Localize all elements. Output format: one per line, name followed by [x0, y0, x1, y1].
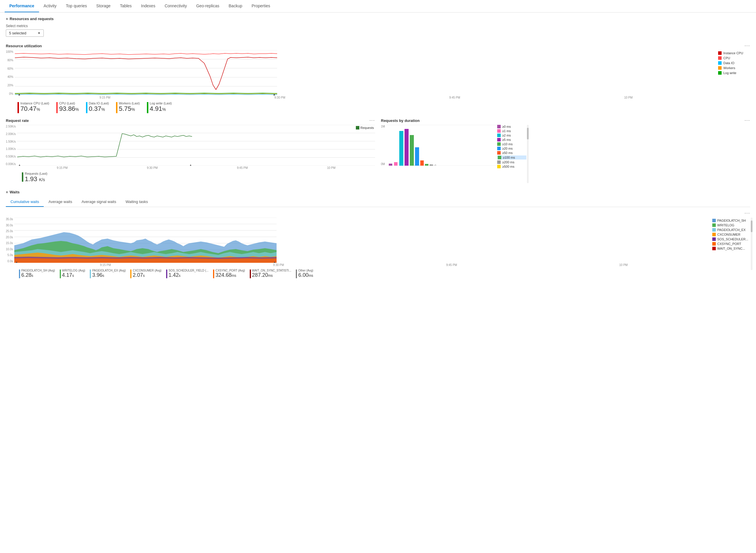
svg-rect-20: [399, 131, 403, 166]
tabs-bar: Performance Activity Top queries Storage…: [0, 0, 756, 12]
tab-top-queries[interactable]: Top queries: [61, 0, 92, 12]
waits-metric-pageiolatch-sh: PAGEIOLATCH_SH (Avg) 6.28s: [19, 269, 55, 278]
dropdown-chevron-icon: ▼: [37, 31, 40, 35]
request-rate-y-axis: 2.50K/s 2.00K/s 1.50K/s 1.00K/s 0.50K/s …: [6, 125, 17, 166]
metric-instance-cpu: Instance CPU (Last) 70.47%: [17, 101, 49, 113]
chevron-down-icon: ∧: [6, 17, 8, 20]
resource-utilization-header: Resource utilization ···: [6, 43, 750, 49]
duration-legend: ≥0 ms ≥1 ms ≥2 ms ≥5 ms ≥10 ms ≥20 ms ≥5…: [497, 125, 526, 168]
data-io-line: [15, 94, 277, 94]
waits-metric-cxsync-port: CXSYNC_PORT (Avg) 324.68ms: [213, 269, 245, 278]
legend-cpu: CPU: [718, 56, 750, 60]
resources-title: Resources and requests: [10, 17, 54, 21]
waits-x-axis: 9:15 PM 9:30 PM 9:45 PM 10 PM: [19, 263, 709, 266]
resource-metric-values: Instance CPU (Last) 70.47% CPU (Last) 93…: [17, 101, 750, 113]
svg-rect-18: [389, 164, 392, 166]
metric-data-io: Data IO (Last) 0.37%: [86, 101, 109, 113]
resources-section: ∧ Resources and requests Select metrics …: [6, 17, 750, 41]
waits-title: Waits: [10, 190, 19, 194]
tab-activity[interactable]: Activity: [39, 0, 61, 12]
waits-y-axis: 35.0s 30.0s 25.0s 20.0s 15.0s 10.0s 5.0s…: [6, 218, 14, 263]
metric-workers: Workers (Last) 5.75%: [116, 101, 140, 113]
tab-properties[interactable]: Properties: [247, 0, 275, 12]
tab-performance[interactable]: Performance: [5, 0, 39, 12]
workers-line: [15, 94, 277, 94]
tab-average-signal-waits[interactable]: Average signal waits: [77, 197, 121, 207]
duration-bar-chart: ≥0 ms ≥1 ms ≥2 ms ≥5 ms ≥10 ms ≥20 ms ≥5…: [386, 125, 497, 166]
log-write-line: [15, 93, 277, 93]
metric-data-io-value: 0.37%: [89, 105, 109, 112]
select-metrics-value: 5 selected: [9, 31, 26, 35]
waits-chart-more[interactable]: ···: [745, 211, 750, 216]
waits-legend: PAGEIOLATCH_SH WRITELOG PAGEIOLATCH_EX C…: [712, 218, 750, 250]
svg-rect-21: [404, 129, 408, 166]
metric-cpu-value: 93.86%: [59, 105, 79, 112]
metric-log-write-value: 4.91%: [150, 105, 172, 112]
requests-by-duration-more[interactable]: ···: [745, 118, 750, 123]
svg-rect-19: [394, 162, 397, 166]
main-content: ∧ Resources and requests Select metrics …: [0, 12, 756, 287]
tab-average-waits[interactable]: Average waits: [44, 197, 77, 207]
request-rate-metric-label: Requests (Last): [25, 172, 48, 175]
metric-data-io-label: Data IO (Last): [89, 101, 109, 105]
waits-metric-pageiolatch-ex: PAGEIOLATCH_EX (Avg) 3.96s: [90, 269, 126, 278]
legend-workers: Workers: [718, 66, 750, 70]
request-rate-metric: Requests (Last) 1.93 K/s: [22, 172, 375, 183]
requests-line: [17, 134, 192, 157]
waits-header[interactable]: ∧ Waits: [6, 190, 750, 194]
waits-metric-other: Other (Avg) 6.00ms: [296, 269, 313, 278]
waits-tabs: Cumulative waits Average waits Average s…: [6, 197, 750, 207]
requests-by-duration-title: Requests by duration: [381, 118, 420, 123]
metric-instance-cpu-value: 70.47%: [20, 105, 49, 112]
svg-rect-23: [415, 147, 419, 166]
resource-chart-wrapper: 100% 80% 60% 40% 20% 0%: [6, 50, 750, 99]
metric-workers-value: 5.75%: [119, 105, 140, 112]
waits-metric-cxconsumer: CXCONSUMER (Avg) 2.07s: [130, 269, 162, 278]
instance-cpu-line: [15, 57, 277, 89]
svg-marker-15: [189, 164, 192, 166]
waits-legend-scrollbar[interactable]: [751, 218, 753, 270]
waits-metric-sos-scheduler: SOS_SCHEDULER_YIELD (... 1.42s: [166, 269, 208, 278]
legend-data-io: Data IO: [718, 61, 750, 65]
duration-y-axis: 1M 0M: [381, 125, 386, 166]
duration-legend-scrollbar[interactable]: [527, 125, 529, 183]
legend-instance-cpu: Instance CPU: [718, 51, 750, 55]
tab-connectivity[interactable]: Connectivity: [160, 0, 191, 12]
waits-metric-wait-on-sync: WAIT_ON_SYNC_STATISTI... 287.20ms: [250, 269, 291, 278]
select-metrics-label: Select metrics: [6, 24, 750, 28]
waits-area-chart: [14, 218, 277, 263]
tab-waiting-tasks[interactable]: Waiting tasks: [121, 197, 153, 207]
tab-cumulative-waits[interactable]: Cumulative waits: [6, 197, 44, 207]
metric-cpu: CPU (Last) 93.86%: [56, 101, 79, 113]
request-rate-more[interactable]: ···: [370, 118, 375, 123]
waits-chevron-icon: ∧: [6, 190, 8, 194]
waits-metric-values: PAGEIOLATCH_SH (Avg) 6.28s WRITELOG (Avg…: [19, 269, 750, 278]
resource-chart-area: 100% 80% 60% 40% 20% 0%: [6, 50, 715, 99]
waits-section: ∧ Waits Cumulative waits Average waits A…: [6, 190, 750, 278]
tab-storage[interactable]: Storage: [92, 0, 115, 12]
cxsync-port-area: [14, 258, 277, 263]
resource-utilization-more[interactable]: ···: [745, 43, 750, 49]
request-rate-legend-label: Requests: [361, 126, 374, 130]
resource-y-axis: 100% 80% 60% 40% 20% 0%: [6, 50, 15, 95]
tab-geo-replicas[interactable]: Geo-replicas: [191, 0, 224, 12]
resources-header[interactable]: ∧ Resources and requests: [6, 17, 750, 21]
resource-utilization-section: Resource utilization ··· 100% 80% 60% 40…: [6, 43, 750, 113]
waits-metric-writelog: WRITELOG (Avg) 4.17s: [60, 269, 85, 278]
resource-utilization-title: Resource utilization: [6, 44, 42, 48]
requests-by-duration-section: Requests by duration ··· 1M 0M: [381, 118, 750, 183]
legend-log-write: Log write: [718, 71, 750, 75]
tab-indexes[interactable]: Indexes: [136, 0, 160, 12]
waits-chart-wrapper: 35.0s 30.0s 25.0s 20.0s 15.0s 10.0s 5.0s…: [6, 218, 750, 266]
select-metrics-dropdown[interactable]: 5 selected ▼: [6, 29, 44, 37]
request-rate-metric-value: 1.93 K/s: [25, 175, 48, 183]
two-col-charts: Request rate ··· 2.50K/s 2.00K/s 1.50K/s…: [6, 118, 750, 183]
request-rate-section: Request rate ··· 2.50K/s 2.00K/s 1.50K/s…: [6, 118, 375, 183]
metric-cpu-label: CPU (Last): [59, 101, 79, 105]
requests-by-duration-header: Requests by duration ···: [381, 118, 750, 123]
request-rate-header: Request rate ···: [6, 118, 375, 123]
metric-workers-label: Workers (Last): [119, 101, 140, 105]
tab-tables[interactable]: Tables: [115, 0, 136, 12]
tab-backup[interactable]: Backup: [224, 0, 247, 12]
resource-legend: Instance CPU CPU Data IO Workers Log wri…: [718, 50, 750, 99]
